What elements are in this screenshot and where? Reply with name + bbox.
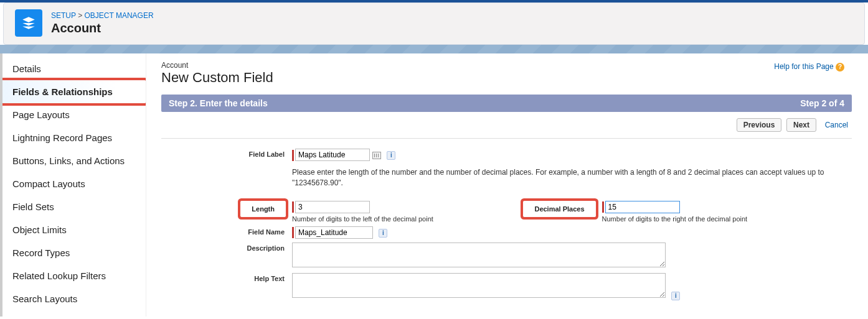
sidebar: Details Fields & Relationships Page Layo…: [0, 53, 146, 317]
length-input[interactable]: [295, 201, 370, 213]
help-for-page[interactable]: Help for this Page ?: [774, 62, 844, 72]
sidebar-item-buttons-links-actions[interactable]: Buttons, Links, and Actions: [2, 149, 146, 172]
breadcrumb-setup[interactable]: SETUP: [51, 11, 76, 20]
main-panel: Help for this Page ? Account New Custom …: [146, 53, 868, 317]
help-link[interactable]: Help for this Page: [774, 62, 833, 71]
page-subheading: Account: [161, 61, 852, 70]
step-title: Step 2. Enter the details: [169, 98, 268, 108]
form-area: Field Label i Please enter the length of…: [161, 139, 852, 310]
length-label-highlight: Length: [240, 201, 286, 217]
sidebar-item-page-layouts[interactable]: Page Layouts: [2, 103, 146, 126]
sidebar-item-lightning-record-pages[interactable]: Lightning Record Pages: [2, 126, 146, 149]
step-bar: Step 2. Enter the details Step 2 of 4: [161, 95, 852, 112]
decimal-places-input[interactable]: [605, 201, 680, 213]
breadcrumb-object-manager[interactable]: OBJECT MANAGER: [84, 11, 153, 20]
step-count: Step 2 of 4: [800, 98, 844, 108]
object-title: Account: [51, 21, 154, 35]
decimal-places-hint: Number of digits to the right of the dec…: [602, 215, 833, 223]
help-text-label: Help Text: [180, 273, 292, 282]
setup-header: SETUP > OBJECT MANAGER Account: [3, 2, 865, 45]
sidebar-item-record-types[interactable]: Record Types: [2, 241, 146, 264]
required-indicator: [292, 150, 294, 161]
button-row: Previous Next Cancel: [161, 112, 852, 139]
sidebar-item-search-layouts[interactable]: Search Layouts: [2, 287, 146, 310]
description-textarea[interactable]: [292, 243, 666, 267]
next-button[interactable]: Next: [786, 118, 816, 132]
length-hint: Number of digits to the left of the deci…: [292, 215, 523, 223]
sidebar-item-compact-layouts[interactable]: Compact Layouts: [2, 172, 146, 195]
sidebar-item-details[interactable]: Details: [2, 57, 146, 80]
info-icon[interactable]: i: [379, 229, 387, 238]
length-note: Please enter the length of the number an…: [292, 167, 833, 188]
field-name-label: Field Name: [180, 226, 292, 236]
help-text-textarea[interactable]: [292, 273, 666, 298]
required-indicator: [292, 201, 294, 213]
description-label: Description: [180, 243, 292, 252]
sidebar-item-related-lookup-filters[interactable]: Related Lookup Filters: [2, 264, 146, 287]
required-indicator: [602, 201, 604, 213]
object-manager-icon: [15, 9, 42, 37]
sidebar-item-field-sets[interactable]: Field Sets: [2, 195, 146, 218]
page-title: New Custom Field: [161, 70, 852, 86]
keyboard-icon: [372, 152, 381, 159]
decorative-wave: [0, 45, 868, 53]
length-label: Length: [252, 205, 275, 213]
sidebar-item-object-limits[interactable]: Object Limits: [2, 218, 146, 241]
decimal-places-label-highlight: Decimal Places: [523, 201, 595, 217]
decimal-places-label: Decimal Places: [534, 205, 584, 213]
field-name-input[interactable]: [295, 226, 373, 239]
field-label-input[interactable]: [295, 149, 370, 161]
info-icon[interactable]: i: [387, 151, 395, 160]
info-icon[interactable]: i: [671, 292, 680, 300]
breadcrumb: SETUP > OBJECT MANAGER: [51, 11, 154, 20]
required-indicator: [292, 227, 294, 238]
help-icon: ?: [836, 63, 844, 72]
cancel-link[interactable]: Cancel: [825, 121, 848, 129]
field-label-label: Field Label: [180, 149, 292, 158]
sidebar-item-fields-relationships[interactable]: Fields & Relationships: [0, 80, 146, 103]
previous-button[interactable]: Previous: [737, 118, 782, 132]
